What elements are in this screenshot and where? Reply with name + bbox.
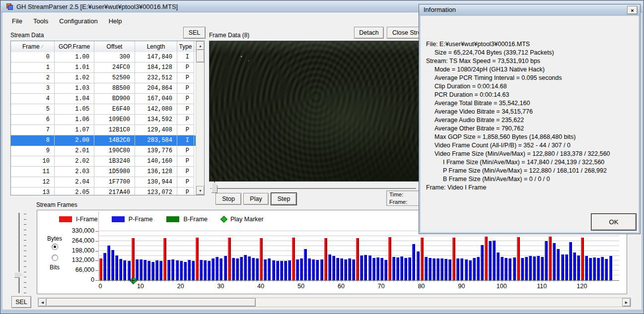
column-header-offset[interactable]: Offset [94, 41, 135, 52]
scroll-left-button[interactable]: ◀ [38, 298, 47, 307]
dialog-close-button[interactable]: × [627, 6, 638, 14]
x-tick [124, 280, 125, 282]
frame-bar [525, 257, 528, 280]
x-tick [361, 280, 361, 282]
table-row[interactable]: 41.04BD900167,040P [11, 94, 196, 104]
cell: P [177, 188, 194, 195]
frame-bar [103, 253, 106, 280]
h-scrollbar-thumb[interactable] [46, 298, 256, 307]
x-tick [598, 280, 598, 282]
menu-configuration[interactable]: Configuration [54, 16, 103, 26]
frame-bar [581, 238, 584, 280]
table-row[interactable]: 71.0712B1C0129,408P [11, 125, 196, 135]
x-tick-label: 30 [211, 283, 230, 290]
y-tick-label: 330,000 [56, 227, 94, 234]
menu-file[interactable]: File [6, 16, 28, 26]
info-line: Mode = 1080/24pH (GH13 Native Hack) [426, 65, 636, 74]
scroll-down-button[interactable]: ▼ [196, 186, 205, 195]
frame-bar [276, 261, 279, 280]
zoom-slider[interactable] [18, 213, 20, 293]
cell: 139,776 [135, 146, 177, 156]
ok-button[interactable]: OK [591, 214, 636, 230]
x-tick [261, 280, 261, 282]
info-line: Video Frame Count (All-I/P/B) = 352 - 44… [426, 141, 636, 150]
menu-tools[interactable]: Tools [28, 16, 54, 26]
frame-bar [589, 258, 592, 280]
play-button[interactable]: Play [243, 193, 269, 205]
table-row[interactable]: 82.0014B2C0283,584I [11, 135, 196, 146]
x-tick [277, 280, 278, 282]
x-tick [237, 280, 237, 282]
frame-bar [344, 259, 347, 280]
cell: P [177, 115, 194, 125]
table-row[interactable]: 61.06109E00134,592P [11, 115, 196, 125]
stop-button[interactable]: Stop [215, 193, 241, 205]
x-tick [578, 280, 578, 282]
column-header-length[interactable]: Length [135, 41, 177, 52]
cell: 129,408 [135, 125, 177, 135]
cell: 2.02 [55, 156, 94, 167]
chart-h-scrollbar[interactable]: ◀ ▶ [38, 298, 631, 307]
table-row[interactable]: 51.05E6F40142,080P [11, 104, 196, 115]
x-tick [373, 280, 374, 282]
x-tick [301, 280, 301, 282]
column-header-frame[interactable]: Frame∕ [11, 41, 55, 52]
column-header-gopframe[interactable]: GOP.Frame [55, 41, 94, 52]
frame-bar [111, 250, 114, 280]
x-tick [594, 280, 594, 282]
table-row[interactable]: 122.041F7700130,944P [11, 177, 196, 188]
table-scrollbar[interactable]: ▲ ▼ [196, 41, 204, 195]
x-tick [353, 280, 354, 282]
frame-bar [180, 261, 183, 280]
cell: 1.01 [55, 63, 94, 73]
table-row[interactable]: 31.038B500204,864P [11, 83, 196, 94]
cell: BD900 [94, 94, 135, 104]
x-tick [333, 280, 334, 282]
table-row[interactable]: 102.021B3240140,160P [11, 156, 196, 167]
detach-button[interactable]: Detach [354, 27, 384, 39]
x-tick [216, 280, 217, 282]
sel-bottom-button[interactable]: SEL [11, 296, 31, 308]
frame-bar [529, 256, 532, 280]
legend-item: I-Frame [59, 216, 98, 223]
cell: 1B3240 [94, 156, 135, 167]
dialog-title-bar[interactable]: Information [419, 4, 640, 15]
x-tick [297, 280, 297, 282]
x-tick-label: 90 [451, 283, 471, 290]
x-tick [245, 280, 245, 282]
x-tick [606, 280, 606, 282]
stream-data-table: Frame∕GOP.FrameOffsetLengthType 01.00300… [10, 41, 205, 195]
menu-help[interactable]: Help [103, 16, 128, 26]
frame-bar [312, 259, 315, 280]
scroll-right-button[interactable]: ▶ [622, 298, 631, 307]
x-tick-label: 40 [251, 283, 271, 290]
sel-top-button[interactable]: SEL [183, 27, 206, 39]
x-tick [542, 280, 542, 282]
cell: 2.00 [55, 135, 94, 146]
legend-swatch [59, 216, 72, 222]
table-row[interactable]: 112.031D5980136,128P [11, 167, 196, 177]
step-button[interactable]: Step [271, 193, 296, 205]
frame-bar [336, 258, 339, 280]
info-line: File: E:¥user¥wut¥ptool3¥00016.MTS [426, 40, 636, 49]
x-tick [470, 280, 470, 282]
scroll-up-button[interactable]: ▲ [196, 41, 205, 50]
x-tick [461, 280, 462, 282]
table-row[interactable]: 132.05217A40123,072P [11, 188, 196, 195]
frame-bar [601, 257, 604, 280]
table-row[interactable]: 11.0124FC0184,128P [11, 63, 196, 73]
frame-bar [356, 238, 359, 280]
frame-bar [565, 254, 568, 280]
seek-slider[interactable] [211, 188, 416, 189]
frame-bar [384, 260, 387, 280]
column-header-type[interactable]: Type [177, 41, 194, 52]
y-tick-label: 198,000 [56, 247, 94, 254]
table-row[interactable]: 92.01190C80139,776P [11, 146, 196, 156]
x-tick [249, 280, 249, 282]
table-row[interactable]: 01.00300147,840I [11, 52, 196, 63]
scrollbar-thumb[interactable] [196, 50, 205, 63]
table-row[interactable]: 21.0252500232,512P [11, 73, 196, 83]
x-tick [108, 280, 109, 282]
x-tick [602, 280, 602, 282]
frame-bar [597, 258, 600, 280]
